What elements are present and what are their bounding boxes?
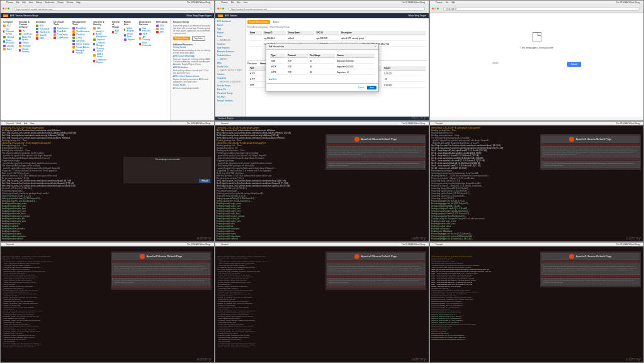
reload-button[interactable]: Reload [567, 62, 581, 67]
service-link[interactable]: Step Functions [139, 27, 152, 32]
nav-item[interactable]: Instances [217, 43, 243, 45]
nav-item[interactable]: Bundle Tasks [217, 66, 243, 68]
maximize-icon[interactable] [8, 8, 9, 9]
terminal[interactable]: ubuntu@ip-172-31-20-245:~$ sudo apt-get … [1, 125, 214, 242]
service-link[interactable]: CloudFront [19, 33, 32, 35]
service-link[interactable]: API Gateway [139, 36, 152, 41]
service-link[interactable]: Elastic File System [19, 36, 32, 41]
nav-item[interactable]: Elastic IPs [217, 88, 243, 91]
table-row[interactable]: HTTPTCP80Anywhere 0.0.0.0/0 [270, 65, 375, 69]
resource-link[interactable]: Getting Started [173, 46, 212, 49]
service-link[interactable]: S3 [19, 30, 32, 32]
service-link[interactable]: Lambda [3, 45, 15, 47]
service-link[interactable]: Compliance Reports [93, 59, 108, 64]
nav-item[interactable]: Key Pairs [217, 96, 243, 98]
actions-dropdown[interactable]: Actions [273, 21, 280, 23]
service-link[interactable]: CloudFormation [72, 30, 89, 33]
service-link[interactable]: CodePipeline [54, 37, 69, 39]
service-link[interactable]: Storage Gateway [19, 48, 32, 53]
terminal[interactable]: <!DOCTYPE html PUBLIC "-//W3C//DTD XHTML… [215, 246, 429, 363]
aws-logo-icon[interactable] [3, 14, 8, 17]
service-link[interactable]: IAM [93, 27, 108, 30]
address-bar[interactable]: 52.34.186.27 [443, 7, 640, 11]
resource-link[interactable]: AWS Marketplace [173, 66, 212, 69]
nav-item[interactable]: Volumes [217, 73, 243, 76]
service-link[interactable]: Batch [3, 48, 15, 50]
nav-item[interactable]: Placement Groups [217, 92, 243, 95]
service-link[interactable]: SWF [139, 33, 152, 35]
nav-item[interactable]: Limits [217, 35, 243, 38]
service-link[interactable]: Directory Service [93, 47, 108, 52]
terminal[interactable]: <!DOCTYPE html PUBLIC "-//W3C//DTD XHTML… [1, 246, 214, 363]
service-link[interactable]: ElastiCache [36, 31, 50, 33]
nav-item[interactable]: Reports [217, 32, 243, 34]
create-group-button[interactable]: Create a Group [173, 37, 190, 40]
table-row[interactable]: HTTPTCP80Anywhere ::/0 [270, 71, 375, 75]
service-link[interactable]: CodeDeploy [54, 33, 69, 36]
search-input[interactable]: Search Security Groups [269, 26, 290, 28]
service-link[interactable]: CloudWatch [72, 27, 89, 30]
service-link[interactable]: Service Catalog [72, 43, 89, 45]
service-link[interactable]: CodeBuild [54, 30, 69, 33]
service-link[interactable]: EC2 Container Service [3, 28, 15, 35]
service-link[interactable]: Identity & Access Management [93, 30, 108, 38]
details-link[interactable]: Details [493, 62, 499, 67]
service-link[interactable]: OpsWorks [72, 40, 89, 42]
service-link[interactable]: EC2 [3, 25, 15, 27]
resource-link[interactable]: AWS re:Invent Announcements [173, 75, 212, 78]
app-name[interactable]: Chrome [6, 1, 13, 4]
service-link[interactable]: AWS IoT [112, 30, 120, 35]
service-link[interactable]: DMS [36, 37, 50, 40]
save-button[interactable]: Save [367, 86, 376, 89]
service-link[interactable]: SES [156, 31, 167, 33]
resource-link[interactable]: AWS Console Mobile App [173, 55, 212, 57]
service-link[interactable]: Redshift [36, 34, 50, 37]
service-link[interactable]: Inspector [93, 38, 108, 41]
terminal[interactable]: ubuntu@ip-172-31-20-245:~$ sudo apt-get … [215, 125, 429, 242]
service-link[interactable]: Certificate Manager [93, 42, 108, 47]
table-row[interactable]: SSHTCP22Anywhere 0.0.0.0/0 [270, 59, 375, 64]
error-message: This webpage is not available [520, 46, 553, 49]
service-link[interactable]: SQS [156, 25, 167, 27]
add-rule-button[interactable]: Add Rule [269, 78, 276, 81]
nav-item[interactable]: Security Groups [217, 84, 243, 87]
address-bar[interactable]: https://us-west-2.console.aws.amazon.com [14, 7, 210, 11]
service-link[interactable]: Pinpoint [124, 38, 135, 41]
service-link[interactable]: Snowball [19, 45, 32, 47]
service-link[interactable]: Device Farm [124, 33, 135, 38]
nav-item[interactable]: Network Interfaces [217, 100, 243, 102]
resource-link[interactable]: Service Health [173, 84, 212, 86]
service-link[interactable]: Elastic Transcoder [139, 42, 152, 47]
nav-item[interactable]: Dedicated Hosts [217, 54, 243, 57]
service-link[interactable]: CodeCommit [54, 27, 69, 30]
nav-item[interactable]: EC2 Dashboard [217, 20, 243, 23]
nav-item[interactable]: AMIs [217, 62, 243, 64]
service-link[interactable]: Glacier [19, 42, 32, 44]
service-link[interactable]: Trusted Advisor [72, 46, 89, 49]
service-link[interactable]: SNS [156, 28, 167, 30]
service-link[interactable]: Config [72, 37, 89, 39]
nav-item[interactable]: Spot Requests [217, 47, 243, 49]
tag-editor-button[interactable]: Tag Editor [192, 36, 206, 41]
nav-item[interactable]: Events [217, 24, 243, 26]
service-link[interactable]: DynamoDB [36, 28, 50, 30]
close-icon[interactable] [3, 8, 4, 9]
terminal[interactable]: ubuntu@ip-172-31-20-245:~$ sudo apt-get … [430, 125, 643, 242]
terminal[interactable]: ubuntu@ip-172-31-20-245:~$ sudo apt-get … [430, 246, 643, 363]
nav-item[interactable]: Reserved Instances [217, 50, 243, 53]
service-link[interactable]: Managed Services [72, 49, 89, 54]
cancel-button[interactable]: Cancel [356, 86, 366, 89]
service-link[interactable]: WAF & Shield [93, 53, 108, 58]
close-icon[interactable]: × [375, 45, 376, 48]
create-sg-button[interactable]: Create Security Group [247, 20, 270, 24]
service-link[interactable]: RDS [36, 25, 50, 27]
nav-item[interactable]: Snapshots [217, 77, 243, 79]
service-link[interactable]: Lightsail [3, 36, 15, 38]
cell-term-1: TerminalShellEditViewThu 10:03 AM Wilson… [0, 121, 215, 242]
minimize-icon[interactable] [5, 8, 7, 9]
table-row[interactable]: sg-61fb881bdefaultvpc-0132f767default VP… [249, 37, 426, 41]
service-link[interactable]: Elastic Beanstalk [3, 39, 15, 44]
service-link[interactable]: CloudTrail [72, 33, 89, 36]
service-link[interactable]: Mobile Analytics [124, 27, 135, 32]
nav-item[interactable]: Tags [217, 28, 243, 30]
